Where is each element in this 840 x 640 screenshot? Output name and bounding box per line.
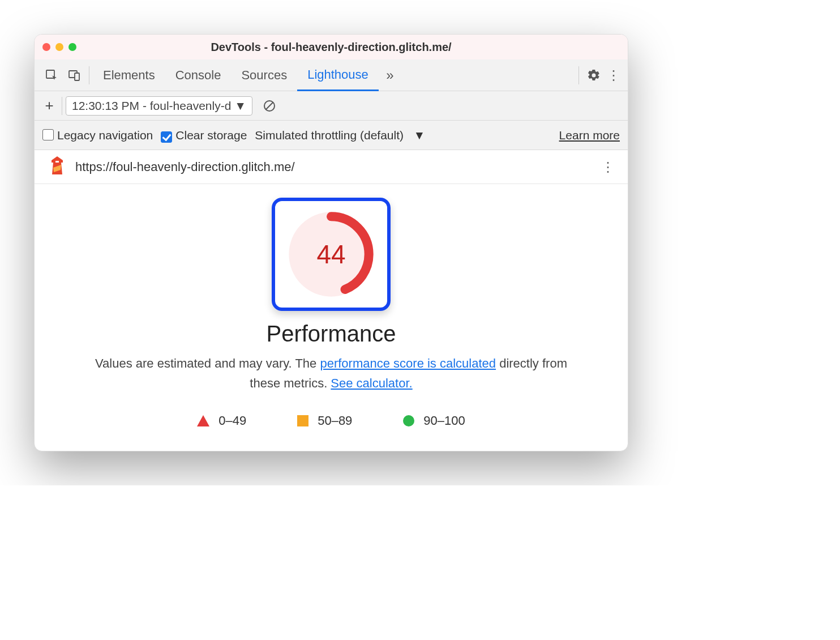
audited-url: https://foul-heavenly-direction.glitch.m… [75,160,589,174]
svg-rect-2 [75,73,79,80]
settings-gear-icon[interactable] [582,64,605,87]
legend-high-label: 90–100 [423,413,465,428]
tab-lighthouse[interactable]: Lighthouse [297,59,379,91]
desc-text-1: Values are estimated and may vary. The [95,356,320,370]
tab-console[interactable]: Console [165,59,232,91]
chevron-down-icon: ▼ [234,99,246,113]
square-icon [297,415,308,426]
tab-sources[interactable]: Sources [231,59,297,91]
learn-more-link[interactable]: Learn more [559,129,620,142]
legend-pass: 90–100 [403,413,465,428]
throttling-dropdown[interactable]: Simulated throttling (default) ▼ [255,129,425,142]
see-calculator-link[interactable]: See calculator. [331,376,412,390]
clear-storage-label: Clear storage [175,129,247,142]
score-legend: 0–49 50–89 90–100 [57,413,605,428]
clear-all-icon[interactable] [258,95,281,117]
tab-elements[interactable]: Elements [93,59,165,91]
performance-score: 44 [286,209,376,300]
svg-line-4 [266,103,273,109]
performance-gauge-highlight: 44 [272,198,391,311]
separator [89,66,89,84]
legend-low-label: 0–49 [218,413,246,428]
inspect-element-icon[interactable] [40,64,63,87]
new-report-button[interactable]: + [40,97,58,114]
performance-title: Performance [57,321,605,347]
lighthouse-toolbar: + 12:30:13 PM - foul-heavenly-d ▼ [35,91,628,121]
window-title: DevTools - foul-heavenly-direction.glitc… [35,41,628,54]
performance-description: Values are estimated and may vary. The p… [88,353,575,393]
close-window-button[interactable] [42,43,50,51]
report-menu-icon[interactable]: ⋮ [599,159,616,175]
legend-fail: 0–49 [197,413,246,428]
report-header: https://foul-heavenly-direction.glitch.m… [35,150,628,184]
lighthouse-options: Legacy navigation Clear storage Simulate… [35,121,628,150]
titlebar: DevTools - foul-heavenly-direction.glitc… [35,35,628,59]
kebab-menu-icon[interactable]: ⋮ [605,64,622,87]
triangle-icon [197,415,209,426]
devtools-window: DevTools - foul-heavenly-direction.glitc… [34,34,628,451]
device-toolbar-icon[interactable] [63,64,85,87]
performance-gauge[interactable]: 44 [286,209,376,300]
minimize-window-button[interactable] [55,43,63,51]
zoom-window-button[interactable] [68,43,76,51]
lighthouse-logo-icon [49,156,65,178]
legacy-navigation-checkbox[interactable]: Legacy navigation [42,128,153,142]
throttling-label: Simulated throttling (default) [255,129,404,142]
panel-tabs: Elements Console Sources Lighthouse » ⋮ [35,59,628,91]
report-body: 44 Performance Values are estimated and … [35,184,628,451]
report-selector[interactable]: 12:30:13 PM - foul-heavenly-d ▼ [66,96,252,116]
report-selector-label: 12:30:13 PM - foul-heavenly-d [72,99,231,113]
legend-mid-label: 50–89 [318,413,352,428]
more-tabs-icon[interactable]: » [379,64,401,87]
clear-storage-checkbox[interactable]: Clear storage [161,129,247,142]
separator [62,97,62,115]
window-controls [42,43,76,51]
separator [578,66,579,84]
circle-icon [403,415,414,426]
legend-average: 50–89 [297,413,352,428]
legacy-navigation-label: Legacy navigation [57,129,153,142]
score-calculated-link[interactable]: performance score is calculated [320,356,496,370]
